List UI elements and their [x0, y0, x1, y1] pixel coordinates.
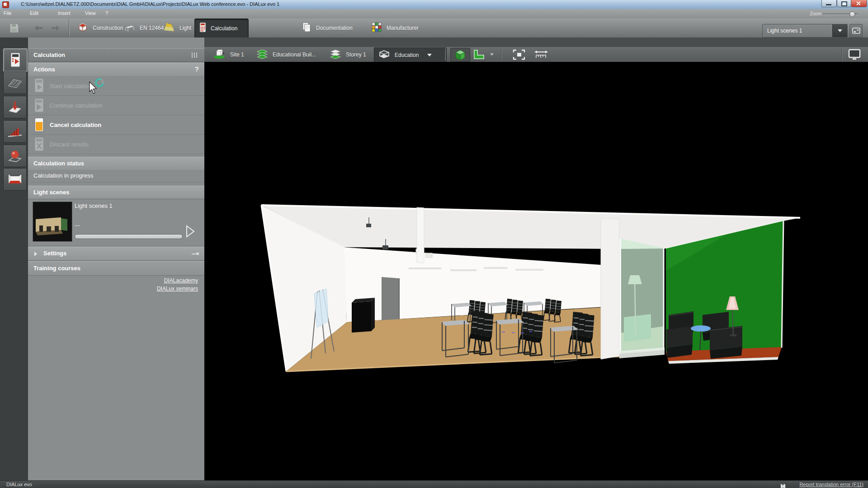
pin-icon[interactable] [192, 253, 199, 255]
tab-light[interactable]: Light [163, 19, 192, 38]
tab-construction[interactable]: Construction [76, 19, 124, 38]
link-dialux-seminars[interactable]: DIALux seminars [157, 286, 198, 292]
panel-header: Calculation [28, 48, 204, 62]
restore-button[interactable] [837, 0, 851, 7]
section-calculation-status[interactable]: Calculation status [28, 157, 204, 170]
podium[interactable] [352, 298, 375, 333]
view-3d-button[interactable] [450, 48, 470, 62]
wall-pillar[interactable] [601, 218, 619, 359]
panel-title: Calculation [33, 52, 65, 58]
tool-calculation-point[interactable] [3, 96, 27, 118]
section-actions[interactable]: Actions ? [28, 63, 204, 76]
expand-arrow-icon [34, 252, 37, 256]
breadcrumb-site[interactable]: Site 1 [212, 47, 245, 62]
report-save-icon [780, 482, 786, 488]
3d-scene[interactable] [204, 62, 868, 480]
light-scene-name: Light scenes 1 [75, 202, 113, 209]
storey-icon [329, 48, 342, 61]
start-calculation-icon [34, 78, 45, 95]
3d-viewport[interactable] [204, 62, 868, 480]
light-scene-dropdown-value: Light scenes 1 [763, 28, 832, 34]
monitor-icon [847, 48, 862, 61]
tool-calculation-objects[interactable] [3, 48, 28, 72]
tool-room-render[interactable] [3, 168, 27, 191]
status-bar: DIALux evo Report translation error (F11… [0, 480, 868, 488]
report-translation-link[interactable]: Report translation error (F11) [799, 482, 863, 487]
close-button[interactable] [851, 0, 867, 7]
play-scene-button[interactable] [185, 225, 195, 239]
cabinet-door[interactable] [382, 277, 399, 323]
plan-dropdown-caret[interactable] [490, 53, 494, 56]
continue-calculation-icon [34, 98, 45, 115]
app-status-label: DIALux evo [6, 482, 32, 487]
scene-editor-button[interactable] [849, 24, 863, 38]
measure-button[interactable] [533, 48, 549, 63]
building-icon [256, 48, 269, 61]
help-button[interactable]: ? [195, 65, 199, 73]
menu-file[interactable]: File [4, 10, 12, 16]
calculation-status-row: Calculation in progress [28, 170, 204, 183]
display-output-button[interactable] [847, 48, 862, 63]
tool-luminance-sphere[interactable] [3, 145, 27, 167]
light-scene-thumbnail[interactable] [33, 202, 72, 242]
menu-insert[interactable]: Insert [58, 10, 71, 16]
redo-icon[interactable] [51, 25, 61, 33]
vtoolbar-separator-2 [501, 48, 501, 61]
discard-results-button[interactable]: Discard results [28, 135, 204, 154]
discard-results-icon [34, 137, 45, 154]
dropdown-arrow-icon[interactable] [832, 24, 847, 37]
tab-manufacturer[interactable]: Manufacturer [370, 19, 420, 38]
zoom-fit-icon [512, 48, 526, 61]
desk-icon [124, 22, 136, 34]
light-scene-progress-fill [75, 235, 182, 239]
start-calculation-button[interactable]: Start calculation [28, 76, 204, 96]
section-settings[interactable]: Settings [28, 247, 204, 261]
light-scene-value: — [75, 222, 80, 229]
section-light-scenes[interactable]: Light scenes [28, 186, 204, 199]
lamp-icon [164, 21, 175, 35]
toolbar-separator [69, 19, 69, 37]
light-scene-progress [75, 234, 183, 239]
menu-view[interactable]: View [85, 10, 96, 16]
tool-isoline-wedge[interactable] [3, 120, 27, 143]
light-scene-dropdown[interactable]: Light scenes 1 [762, 24, 848, 38]
breadcrumb-education[interactable]: Education [374, 47, 447, 62]
viewport-toolbar: Site 1 Educational Buil... Storey 1 Educ… [204, 47, 868, 62]
room-icon [378, 48, 391, 62]
column[interactable] [417, 207, 424, 263]
save-icon[interactable] [8, 22, 20, 36]
measure-icon [533, 48, 549, 61]
education-dropdown-caret[interactable] [427, 54, 432, 56]
light-scene-item[interactable]: Light scenes 1 — [28, 199, 204, 246]
tool-calculation-surface[interactable] [3, 71, 27, 94]
breadcrumb-storey[interactable]: Storey 1 [328, 47, 367, 62]
zoom-slider-knob[interactable] [849, 11, 855, 17]
menu-help[interactable]: ? [105, 10, 108, 16]
menu-bar: File Edit Insert View ? Zoom [0, 9, 868, 19]
continue-calculation-button[interactable]: Continue calculation [28, 96, 204, 115]
breadcrumb-building[interactable]: Educational Buil... [255, 47, 317, 62]
cancel-calculation-button[interactable]: Cancel calculation [28, 115, 204, 135]
scene-editor-icon [852, 28, 860, 34]
tab-documentation[interactable]: Documentation [300, 19, 354, 38]
mouse-cursor-busy [86, 77, 108, 99]
cube-3d-icon [454, 49, 467, 61]
undo-icon[interactable] [33, 25, 43, 33]
link-dialacademy[interactable]: DIALacademy [164, 277, 198, 284]
color-grid-icon [371, 21, 382, 35]
minimize-button[interactable] [821, 0, 837, 7]
main-toolbar: Construction EN 12464 Light Calculation … [0, 19, 868, 38]
panel-grip[interactable] [192, 52, 197, 58]
tab-calculation[interactable]: Calculation [194, 19, 249, 38]
site-icon [212, 48, 226, 61]
cancel-calculation-icon [34, 117, 45, 134]
zoom-to-fit-button[interactable] [512, 48, 526, 63]
glass-partition[interactable] [619, 239, 665, 358]
view-plan-button[interactable] [472, 49, 486, 62]
construction-cube-icon [77, 21, 89, 35]
window-title: C:\Users\witzel.DIALNETZ.000\Documents\D… [21, 1, 279, 7]
menu-edit[interactable]: Edit [30, 10, 38, 16]
section-training-courses: Training courses [28, 261, 204, 276]
tab-en12464[interactable]: EN 12464 [123, 19, 165, 38]
vtoolbar-separator-3 [842, 48, 842, 61]
